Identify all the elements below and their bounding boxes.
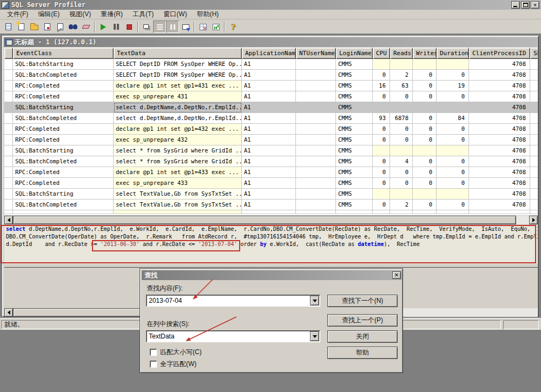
table-row[interactable]: RPC:Completeddeclare @p1 int set @p1=432… xyxy=(4,124,538,135)
find-what-value: 2013-07-04 xyxy=(149,297,182,304)
cell-reads: 2 xyxy=(390,200,413,210)
grid-settings-button[interactable] xyxy=(196,21,209,33)
cell-writes: 0 xyxy=(413,81,437,91)
chart-button[interactable] xyxy=(209,21,222,33)
maximize-button[interactable] xyxy=(521,1,530,9)
cell-ntusername xyxy=(296,81,336,91)
autoscroll-button[interactable] xyxy=(179,21,192,33)
grid-hscrollbar-thumb[interactable] xyxy=(13,216,516,224)
cell-writes: 0 xyxy=(413,200,437,210)
cell-writes: 0 xyxy=(413,91,437,102)
cell-eventclass: SQL:BatchCompleted xyxy=(13,113,114,124)
menu-item-tools[interactable]: 工具(T) xyxy=(128,9,159,19)
find-dialog-titlebar[interactable]: 查找 ✕ xyxy=(142,270,402,280)
menu-item-help[interactable]: 帮助(H) xyxy=(192,9,224,19)
cell-duration: 19 xyxy=(437,81,469,91)
table-row[interactable]: RPC:Completedexec sp_unprepare 432A1CMMS… xyxy=(4,135,538,145)
row-selector-cell xyxy=(4,135,13,145)
menu-item-edit[interactable]: 编辑(E) xyxy=(33,9,64,19)
table-row[interactable]: RPC:Completedexec sp_unprepare 433A1CMMS… xyxy=(4,178,538,189)
table-row[interactable]: SQL:BatchCompletedselect d.DeptName,d.De… xyxy=(4,113,538,124)
row-selector-cell xyxy=(4,178,13,189)
cell-writes: 0 xyxy=(413,135,437,145)
cell-duration: 0 xyxy=(437,200,469,210)
cell-clientprocessid: 4708 xyxy=(469,135,530,145)
row-selector-cell xyxy=(4,189,13,200)
menu-bar: 文件(F)编辑(E)视图(V)重播(R)工具(T)窗口(W)帮助(H) xyxy=(0,10,541,19)
cell-applicationname: A1 xyxy=(242,91,296,102)
toggle-columns-button[interactable] xyxy=(166,21,179,33)
cell-clientprocessid: 4708 xyxy=(469,102,530,113)
table-row[interactable]: SQL:BatchStartingselect TextValue,Gb fro… xyxy=(4,189,538,200)
scroll-left-arrow[interactable] xyxy=(4,308,13,317)
cell-textdata: select d.DeptName,d.DeptNo,r.EmplId... xyxy=(114,113,242,124)
cascade-windows-button[interactable] xyxy=(140,21,153,33)
row-selector-cell xyxy=(4,145,13,156)
whole-word-checkbox[interactable] xyxy=(150,361,157,368)
chevron-down-icon[interactable] xyxy=(310,296,319,305)
table-row[interactable]: SQL:BatchCompletedselect TextValue,Gb fr… xyxy=(4,200,538,210)
menu-item-file[interactable]: 文件(F) xyxy=(2,9,33,19)
open-button[interactable] xyxy=(28,21,41,33)
cell-applicationname: A1 xyxy=(242,178,296,189)
toggle-grouped-view-button[interactable] xyxy=(153,21,166,33)
find-previous-button[interactable]: 查找上一个(P) xyxy=(327,314,398,327)
grid-hscrollbar[interactable] xyxy=(4,216,538,224)
cell-spid xyxy=(530,102,538,113)
cell-reads: 2 xyxy=(390,70,413,81)
table-row[interactable]: SQL:BatchStartingselect * from SysGrid w… xyxy=(4,145,538,156)
grid-x-icon xyxy=(200,24,207,30)
table-row[interactable]: RPC:Completeddeclare @p1 int set @p1=431… xyxy=(4,81,538,91)
table-row[interactable]: RPC:Completedexec sp_unprepare 431A1CMMS… xyxy=(4,91,538,102)
start-trace-button[interactable] xyxy=(97,21,110,33)
table-row[interactable]: SQL:BatchCompletedSELECT DeptID FROM Sys… xyxy=(4,70,538,81)
table-row[interactable]: SQL:BatchStartingSELECT DeptID FROM SysO… xyxy=(4,59,538,70)
help-dialog-button[interactable]: 帮助 xyxy=(327,347,398,359)
minimize-button[interactable] xyxy=(511,1,520,9)
table-row[interactable]: SQL:BatchCompletedselect * from SysGrid … xyxy=(4,156,538,167)
help-button[interactable]: ? xyxy=(227,21,240,33)
column-header-TextData: TextData xyxy=(114,48,242,59)
cell-reads xyxy=(390,189,413,200)
cell-clientprocessid: 4708 xyxy=(469,156,530,167)
find-what-combobox[interactable]: 2013-07-04 xyxy=(146,295,320,307)
menu-item-window[interactable]: 窗口(W) xyxy=(159,9,192,19)
cell-duration xyxy=(437,59,469,70)
properties-button[interactable] xyxy=(54,21,67,33)
trace-titlebar[interactable]: 无标题 - 1 (127.0.0.1) xyxy=(4,37,537,47)
find-button[interactable] xyxy=(67,21,80,33)
scroll-left-arrow[interactable] xyxy=(4,216,13,224)
find-dialog-close-button[interactable]: ✕ xyxy=(392,271,401,279)
table-row[interactable]: RPC:Completeddeclare @p1 int set @p1=433… xyxy=(4,167,538,178)
search-in-combobox[interactable]: TextData xyxy=(146,330,320,342)
cell-spid xyxy=(530,167,538,178)
menu-item-replay[interactable]: 重播(R) xyxy=(96,9,128,19)
cell-spid xyxy=(530,59,538,70)
cell-duration: 0 xyxy=(437,178,469,189)
partial-cell xyxy=(242,210,296,214)
cell-clientprocessid: 4708 xyxy=(469,189,530,200)
match-case-checkbox[interactable] xyxy=(150,349,157,356)
scroll-right-arrow[interactable] xyxy=(529,216,538,224)
cell-clientprocessid: 4708 xyxy=(469,124,530,135)
stop-trace-button[interactable] xyxy=(123,21,136,33)
cell-loginname: CMMS xyxy=(336,145,373,156)
eraser-icon xyxy=(82,25,90,29)
close-dialog-button[interactable]: 关闭 xyxy=(327,330,398,343)
new-template-button[interactable] xyxy=(15,21,28,33)
new-trace-button[interactable] xyxy=(2,21,15,33)
save-button[interactable] xyxy=(41,21,54,33)
toolbar-separator xyxy=(194,22,195,32)
search-in-value: TextData xyxy=(149,333,174,340)
clear-button[interactable] xyxy=(80,21,93,33)
find-next-button[interactable]: 查找下一个(N) xyxy=(327,295,398,307)
whole-word-label: 全字匹配(W) xyxy=(160,360,196,369)
menu-item-view[interactable]: 视图(V) xyxy=(64,9,96,19)
row-selector-cell xyxy=(4,156,13,167)
pause-trace-button[interactable] xyxy=(110,21,123,33)
search-in-label: 在列中搜索(S): xyxy=(147,320,189,329)
chevron-down-icon[interactable] xyxy=(310,331,319,341)
table-row[interactable]: SQL:BatchStartingselect d.DeptName,d.Dep… xyxy=(4,102,538,113)
cell-spid xyxy=(530,81,538,91)
close-button[interactable]: ✕ xyxy=(531,1,539,9)
